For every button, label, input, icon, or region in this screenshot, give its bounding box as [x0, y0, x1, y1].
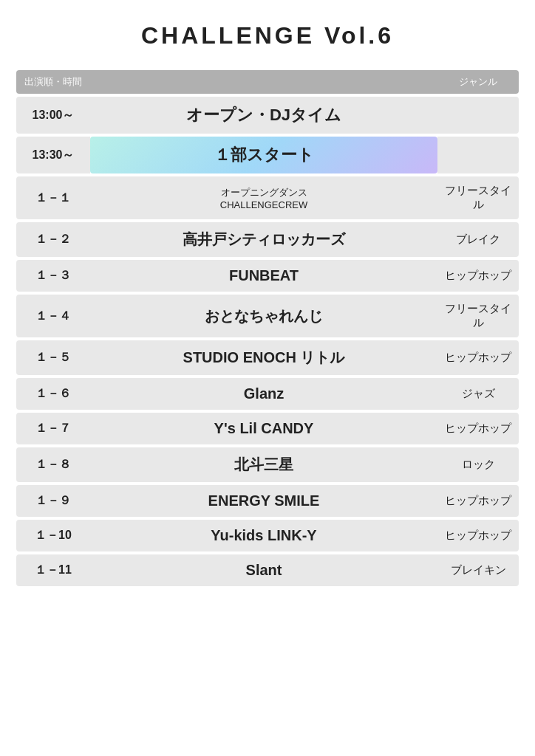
row-genre: ロック	[437, 447, 519, 482]
table-row: 13:30～１部スタート	[16, 137, 519, 173]
table-header: 出演順・時間 ジャンル	[16, 70, 519, 94]
row-order: １－２	[16, 222, 90, 257]
row-name: Yu-kids LINK-Y	[90, 520, 437, 551]
row-order: 13:00～	[16, 97, 90, 134]
header-name	[90, 70, 437, 94]
table-row: １－10Yu-kids LINK-Yヒップホップ	[16, 520, 519, 551]
row-genre: ヒップホップ	[437, 340, 519, 375]
row-genre: ヒップホップ	[437, 485, 519, 517]
row-name: Glanz	[90, 378, 437, 410]
table-row: 13:00～オープン・DJタイム	[16, 97, 519, 134]
row-genre: ブレイク	[437, 222, 519, 257]
table-row: １－11Slantブレイキン	[16, 554, 519, 586]
header-order: 出演順・時間	[16, 70, 90, 94]
table-row: １－１オープニングダンスCHALLENGECREWフリースタイル	[16, 176, 519, 219]
row-order: １－７	[16, 413, 90, 444]
row-order: １－５	[16, 340, 90, 375]
table-row: １－２高井戸シティロッカーズブレイク	[16, 222, 519, 257]
row-order: １－１	[16, 176, 90, 219]
table-row: １－４おとなちゃれんじフリースタイル	[16, 295, 519, 337]
row-genre: ジャズ	[437, 378, 519, 410]
row-order: １－９	[16, 485, 90, 517]
row-genre	[437, 137, 519, 173]
row-genre: ヒップホップ	[437, 413, 519, 444]
row-name: オープニングダンスCHALLENGECREW	[90, 176, 437, 219]
row-order: １－４	[16, 295, 90, 337]
page-title: CHALLENGE Vol.6	[141, 22, 394, 49]
row-name: １部スタート	[90, 137, 437, 173]
table-row: １－６Glanzジャズ	[16, 378, 519, 410]
row-order: 13:30～	[16, 137, 90, 173]
row-name: FUNBEAT	[90, 260, 437, 292]
row-name: Slant	[90, 554, 437, 586]
table-row: １－３FUNBEATヒップホップ	[16, 260, 519, 292]
table-row: １－８北斗三星ロック	[16, 447, 519, 482]
schedule-table: 出演順・時間 ジャンル 13:00～オープン・DJタイム13:30～１部スタート…	[16, 67, 519, 589]
row-genre: フリースタイル	[437, 295, 519, 337]
row-name: STUDIO ENOCH リトル	[90, 340, 437, 375]
row-genre	[437, 97, 519, 134]
row-name: オープン・DJタイム	[90, 97, 437, 134]
row-genre: フリースタイル	[437, 176, 519, 219]
table-row: １－５STUDIO ENOCH リトルヒップホップ	[16, 340, 519, 375]
row-order: １－３	[16, 260, 90, 292]
row-genre: ヒップホップ	[437, 520, 519, 551]
row-order: １－６	[16, 378, 90, 410]
row-genre: ブレイキン	[437, 554, 519, 586]
table-row: １－９ENERGY SMILEヒップホップ	[16, 485, 519, 517]
header-genre: ジャンル	[437, 70, 519, 94]
row-name: 北斗三星	[90, 447, 437, 482]
row-name: 高井戸シティロッカーズ	[90, 222, 437, 257]
row-name: Y's Lil CANDY	[90, 413, 437, 444]
row-order: １－８	[16, 447, 90, 482]
row-order: １－10	[16, 520, 90, 551]
row-order: １－11	[16, 554, 90, 586]
row-genre: ヒップホップ	[437, 260, 519, 292]
table-row: １－７Y's Lil CANDYヒップホップ	[16, 413, 519, 444]
row-name: ENERGY SMILE	[90, 485, 437, 517]
row-name: おとなちゃれんじ	[90, 295, 437, 337]
